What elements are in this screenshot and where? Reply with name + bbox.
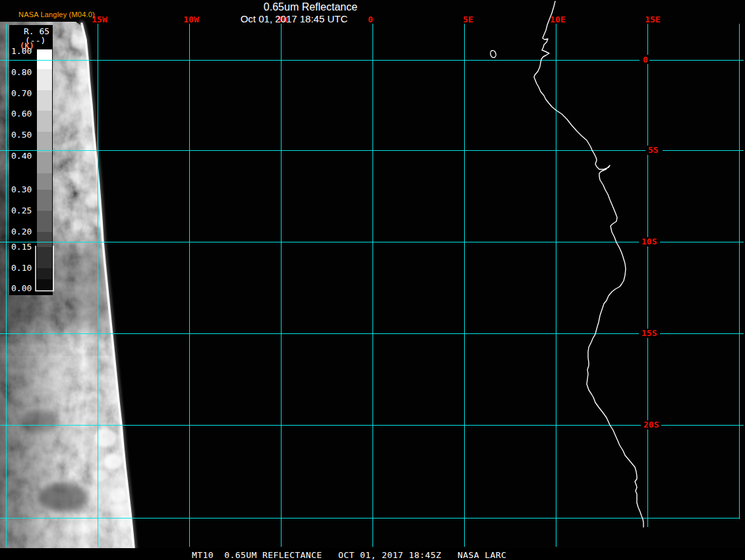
colorbar-step bbox=[37, 69, 52, 90]
colorbar-tick: 0.60 bbox=[11, 109, 32, 119]
colorbar-legend: R. 65 (--) (K) 1.00 0.80 0.70 0.60 0.50 … bbox=[9, 25, 53, 295]
lat-label-15S: 15S bbox=[641, 328, 657, 338]
lat-label-0: 0 bbox=[643, 55, 648, 65]
lon-label-5E: 5E bbox=[463, 14, 473, 24]
colorbar-tick: 0.00 bbox=[11, 283, 32, 293]
colorbar-step bbox=[37, 173, 52, 190]
satellite-viewer-window: R. 65 (--) (K) 1.00 0.80 0.70 0.60 0.50 … bbox=[0, 0, 745, 560]
colorbar-step bbox=[37, 111, 52, 132]
colorbar-step bbox=[37, 211, 52, 232]
colorbar-tick: 0.70 bbox=[11, 88, 32, 98]
lon-label-15E: 15E bbox=[645, 14, 660, 24]
datetime-label: Oct 01, 2017 18:45 UTC bbox=[241, 13, 348, 24]
lon-label-10E: 10E bbox=[550, 14, 565, 24]
colorbar-step bbox=[37, 247, 52, 268]
colorbar-tick: 0.50 bbox=[11, 130, 32, 140]
colorbar-step bbox=[37, 279, 52, 291]
lat-label-5S: 5S bbox=[648, 145, 659, 155]
colorbar-step bbox=[37, 152, 52, 173]
lat-label-20S: 20S bbox=[643, 420, 659, 430]
colorbar-tick: 0.80 bbox=[11, 67, 32, 77]
colorbar-step bbox=[37, 132, 52, 152]
colorbar-step bbox=[37, 49, 52, 69]
colorbar-param-label: R. 65 bbox=[24, 26, 49, 36]
page-title: 0.65um Reflectance bbox=[264, 1, 357, 13]
colorbar-step bbox=[37, 232, 52, 247]
colorbar-step bbox=[37, 90, 52, 111]
colorbar-tick: 0.15 bbox=[11, 242, 32, 252]
map-canvas: R. 65 (--) (K) 1.00 0.80 0.70 0.60 0.50 … bbox=[0, 0, 745, 560]
colorbar-tick: 0.30 bbox=[11, 184, 32, 194]
status-bar-text: MT10 0.65UM REFLECTANCE OCT 01, 2017 18:… bbox=[192, 550, 506, 560]
colorbar-tick: 1.00 bbox=[11, 46, 32, 56]
colorbar-tick: 0.10 bbox=[11, 263, 32, 273]
lon-label-0: 0 bbox=[368, 14, 373, 24]
credit-label: NASA Langley (M04.0) bbox=[18, 11, 95, 18]
colorbar-step bbox=[37, 268, 52, 279]
lon-label-10W: 10W bbox=[183, 14, 199, 24]
colorbar-tick: 0.20 bbox=[11, 227, 32, 237]
colorbar-step bbox=[37, 190, 52, 211]
lat-label-10S: 10S bbox=[641, 237, 657, 246]
colorbar-tick: 0.25 bbox=[11, 206, 32, 215]
colorbar-tick: 0.40 bbox=[11, 151, 32, 161]
colorbar-swatches bbox=[36, 49, 53, 291]
